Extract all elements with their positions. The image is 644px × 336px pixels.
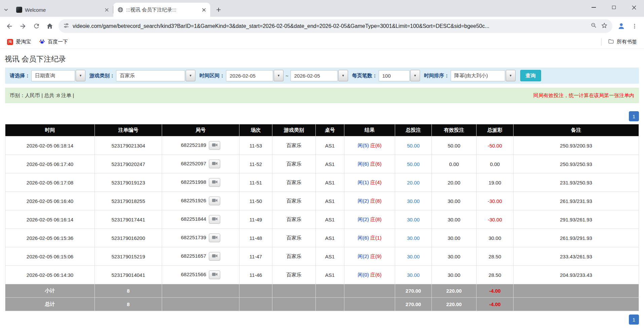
tab-close-icon[interactable] [103, 6, 110, 13]
chevron-down-icon[interactable]: ▼ [338, 70, 348, 81]
column-header: 总投注 [395, 124, 432, 136]
round-id: 682251566 [181, 271, 206, 277]
tab-close-icon[interactable] [200, 6, 207, 13]
total-bet-link[interactable]: 30.00 [407, 217, 420, 222]
result-player: 闲(6) [358, 235, 369, 241]
video-replay-button[interactable] [209, 234, 220, 242]
total-bet-link[interactable]: 30.00 [407, 254, 420, 259]
sort-value[interactable]: 降幂(由大到小) [451, 70, 505, 81]
minimize-button[interactable] [583, 0, 604, 15]
cell-note: 250.93/250.93 [514, 155, 639, 173]
page-1-button[interactable]: 1 [629, 111, 639, 121]
query-type-select[interactable]: 日期查询 ▼ [31, 70, 85, 81]
total-bet-link[interactable]: 30.00 [407, 272, 420, 278]
zoom-icon[interactable] [591, 22, 597, 30]
date-range-label: 时间区间： [199, 73, 225, 79]
cell-time: 2026-02-05 06:17:40 [5, 155, 95, 173]
date-start-value[interactable]: 2026-02-05 [226, 70, 273, 81]
profile-avatar-icon[interactable] [614, 19, 628, 33]
all-bookmarks-button[interactable]: 所有书签 [605, 37, 640, 47]
forward-icon[interactable] [16, 19, 30, 33]
cell-bet-id: 523179018255 [95, 192, 162, 210]
cell-session: 11-47 [239, 247, 272, 266]
cell-bet-id: 523179015219 [95, 247, 162, 266]
cell-session: 11-46 [239, 266, 272, 284]
home-icon[interactable] [43, 19, 56, 33]
chevron-down-icon[interactable]: ▼ [274, 70, 283, 81]
bookmark-star-icon[interactable] [601, 22, 608, 30]
cell-payout: 28.50 [477, 266, 514, 284]
maximize-button[interactable] [604, 0, 624, 15]
cell-total-bet: 30.00 [395, 210, 432, 229]
cell-note: 261.93/291.93 [514, 229, 639, 247]
result-player: 闲(2) [358, 216, 369, 222]
chevron-down-icon[interactable]: ▼ [186, 70, 195, 81]
cell-payout: 19.00 [477, 173, 514, 192]
cell-session: 11-49 [239, 210, 272, 229]
tab-welcome[interactable]: Welcome [12, 3, 113, 17]
search-button[interactable]: 查询 [520, 70, 541, 81]
column-header: 游戏类别 [272, 124, 316, 136]
total-bet-link[interactable]: 50.00 [407, 161, 420, 167]
video-replay-button[interactable] [209, 270, 220, 279]
video-replay-button[interactable] [209, 215, 220, 224]
per-page-label: 每页笔数： [352, 73, 377, 79]
address-bar[interactable]: videoie.com/game/betrecord_search/kind3?… [59, 19, 612, 33]
bookmark-taobao[interactable]: 淘 爱淘宝 [4, 37, 34, 46]
game-type-value[interactable]: 百家乐 [116, 70, 185, 81]
cell-note: 261.93/231.93 [514, 192, 639, 210]
round-id: 682252097 [181, 161, 206, 166]
chevron-down-icon[interactable]: ▼ [410, 70, 420, 81]
site-settings-icon[interactable] [63, 23, 69, 30]
video-replay-button[interactable] [209, 160, 220, 168]
per-page-select[interactable]: 100 ▼ [379, 70, 420, 81]
total-bet-link[interactable]: 30.00 [407, 198, 420, 204]
bookmark-baidu[interactable]: 百度一下 [36, 37, 71, 47]
tab-search-chevron-icon[interactable] [0, 3, 12, 17]
total-bet-link[interactable]: 50.00 [407, 143, 420, 149]
summary-total-bet: 270.00 [395, 298, 432, 311]
tab-bet-record[interactable]: :::视讯 会员下注纪录::: [113, 3, 210, 17]
result-banker: 庄(6) [370, 142, 381, 148]
sort-select[interactable]: 降幂(由大到小) ▼ [451, 70, 516, 81]
per-page-value[interactable]: 100 [379, 70, 410, 81]
total-bet-link[interactable]: 30.00 [407, 235, 420, 241]
total-bet-link[interactable]: 20.00 [407, 180, 420, 185]
cell-total-bet: 30.00 [395, 192, 432, 210]
back-icon[interactable] [3, 19, 16, 33]
chevron-down-icon[interactable]: ▼ [76, 70, 85, 81]
result-banker: 庄(8) [370, 216, 381, 222]
cell-note: 233.43/261.93 [514, 247, 639, 266]
column-header: 注单编号 [95, 124, 162, 136]
cell-result: 闲(2) 庄(8) [344, 192, 395, 210]
query-type-value[interactable]: 日期查询 [31, 70, 75, 81]
chevron-down-icon[interactable]: ▼ [506, 70, 516, 81]
date-end-select[interactable]: 2026-02-05 ▼ [291, 70, 348, 81]
date-end-value[interactable]: 2026-02-05 [291, 70, 338, 81]
date-start-select[interactable]: 2026-02-05 ▼ [226, 70, 283, 81]
page-1-button[interactable]: 1 [629, 314, 639, 325]
cell-time: 2026-02-05 06:14:30 [5, 266, 95, 284]
cell-total-bet: 30.00 [395, 266, 432, 284]
cell-game-type: 百家乐 [272, 247, 316, 266]
close-window-button[interactable] [624, 0, 644, 15]
menu-kebab-icon[interactable] [628, 19, 641, 33]
tab-title: Welcome [25, 7, 100, 13]
new-tab-button[interactable] [213, 4, 224, 15]
video-replay-button[interactable] [209, 252, 220, 261]
info-bar: 币别：人民币 | 总共 :8 注单 | 同局有效投注，统一计算在该局第一张注单内 [5, 88, 639, 103]
game-type-select[interactable]: 百家乐 ▼ [116, 70, 195, 81]
url-text[interactable]: videoie.com/game/betrecord_search/kind3?… [73, 23, 587, 29]
video-replay-button[interactable] [209, 197, 220, 205]
cell-table-no: AS1 [316, 136, 344, 155]
video-camera-icon [212, 198, 218, 204]
cell-round-id: 682251657 [162, 247, 239, 266]
column-header: 时间 [5, 124, 95, 136]
video-replay-button[interactable] [209, 141, 220, 150]
cell-time: 2026-02-05 06:17:08 [5, 173, 95, 192]
notice-text: 同局有效投注，统一计算在该局第一张注单内 [533, 92, 634, 99]
cell-round-id: 682251566 [162, 266, 239, 284]
video-replay-button[interactable] [209, 178, 220, 187]
cell-result: 闲(0) 庄(6) [344, 266, 395, 284]
refresh-icon[interactable] [30, 19, 43, 33]
